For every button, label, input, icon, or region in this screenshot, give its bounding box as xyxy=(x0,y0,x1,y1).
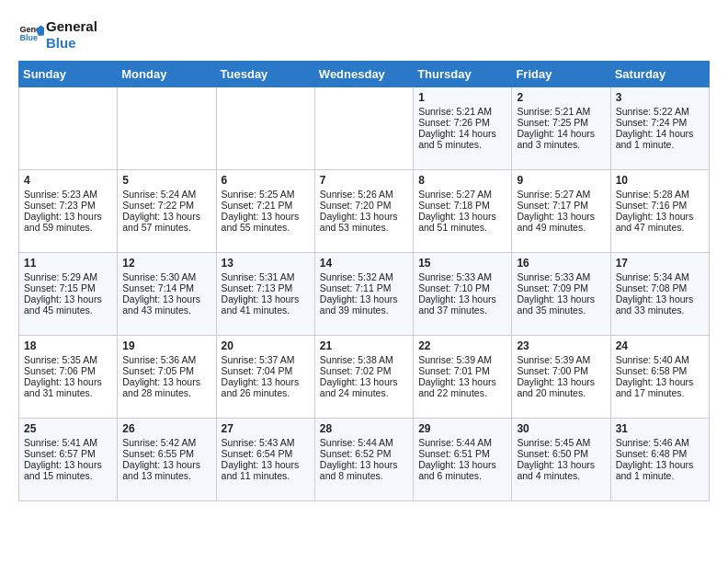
weekday-header-saturday: Saturday xyxy=(610,62,709,87)
day-info: Daylight: 13 hours xyxy=(222,459,310,470)
day-info: and 15 minutes. xyxy=(24,470,112,481)
day-info: Sunset: 6:57 PM xyxy=(24,448,112,459)
day-info: Sunset: 7:11 PM xyxy=(320,282,408,293)
day-info: Sunset: 6:48 PM xyxy=(616,448,704,459)
calendar-cell: 17Sunrise: 5:34 AMSunset: 7:08 PMDayligh… xyxy=(610,253,709,336)
day-number: 31 xyxy=(616,422,704,435)
day-info: Sunrise: 5:27 AM xyxy=(418,189,506,200)
day-info: Sunset: 7:24 PM xyxy=(616,117,704,128)
calendar-cell: 16Sunrise: 5:33 AMSunset: 7:09 PMDayligh… xyxy=(512,253,610,336)
day-info: and 4 minutes. xyxy=(517,470,605,481)
day-info: Daylight: 13 hours xyxy=(320,211,408,222)
day-info: Sunset: 6:50 PM xyxy=(517,448,605,459)
calendar-cell xyxy=(314,87,413,170)
day-info: Sunrise: 5:44 AM xyxy=(418,437,506,448)
day-info: Sunset: 7:22 PM xyxy=(122,200,210,211)
day-number: 8 xyxy=(418,174,506,187)
day-info: Sunrise: 5:21 AM xyxy=(418,106,506,117)
day-info: Daylight: 13 hours xyxy=(418,459,506,470)
day-info: Daylight: 13 hours xyxy=(122,459,210,470)
day-info: Daylight: 14 hours xyxy=(517,128,605,139)
day-info: Sunrise: 5:43 AM xyxy=(222,437,310,448)
day-number: 27 xyxy=(222,422,310,435)
day-info: and 45 minutes. xyxy=(24,304,112,316)
day-info: Daylight: 13 hours xyxy=(222,376,310,387)
day-info: Sunrise: 5:42 AM xyxy=(122,437,210,448)
day-number: 6 xyxy=(222,174,310,187)
day-number: 12 xyxy=(122,257,210,270)
calendar-cell: 1Sunrise: 5:21 AMSunset: 7:26 PMDaylight… xyxy=(414,87,512,170)
day-number: 7 xyxy=(320,174,408,187)
day-info: and 39 minutes. xyxy=(320,304,408,316)
day-number: 2 xyxy=(517,91,605,104)
day-number: 30 xyxy=(517,422,605,435)
day-info: Sunrise: 5:30 AM xyxy=(122,271,210,282)
day-info: and 28 minutes. xyxy=(122,387,210,398)
day-info: Sunset: 7:06 PM xyxy=(24,365,112,376)
day-info: and 37 minutes. xyxy=(418,304,506,316)
weekday-header-monday: Monday xyxy=(118,62,216,87)
day-info: Sunrise: 5:33 AM xyxy=(517,271,605,282)
day-number: 23 xyxy=(517,339,605,352)
day-info: Daylight: 13 hours xyxy=(418,376,506,387)
day-info: and 59 minutes. xyxy=(24,222,112,233)
logo-icon: General Blue xyxy=(18,20,44,46)
calendar-week-3: 11Sunrise: 5:29 AMSunset: 7:15 PMDayligh… xyxy=(19,253,710,336)
calendar-cell: 11Sunrise: 5:29 AMSunset: 7:15 PMDayligh… xyxy=(19,253,118,336)
day-info: Sunset: 7:16 PM xyxy=(616,200,704,211)
day-info: Sunset: 7:05 PM xyxy=(122,365,210,376)
calendar-cell: 4Sunrise: 5:23 AMSunset: 7:23 PMDaylight… xyxy=(19,170,118,253)
day-info: Sunset: 7:26 PM xyxy=(418,117,506,128)
calendar-body: 1Sunrise: 5:21 AMSunset: 7:26 PMDaylight… xyxy=(19,87,710,501)
day-info: Sunset: 6:58 PM xyxy=(616,365,704,376)
day-info: Daylight: 13 hours xyxy=(616,459,704,470)
weekday-header-friday: Friday xyxy=(512,62,610,87)
day-number: 28 xyxy=(320,422,408,435)
day-info: Sunset: 7:20 PM xyxy=(320,200,408,211)
calendar-cell: 10Sunrise: 5:28 AMSunset: 7:16 PMDayligh… xyxy=(610,170,709,253)
day-number: 24 xyxy=(616,339,704,352)
day-info: Daylight: 13 hours xyxy=(616,211,704,222)
day-info: Sunset: 6:54 PM xyxy=(222,448,310,459)
calendar-cell: 27Sunrise: 5:43 AMSunset: 6:54 PMDayligh… xyxy=(216,419,314,501)
day-info: Daylight: 13 hours xyxy=(24,293,112,304)
day-info: Sunset: 7:23 PM xyxy=(24,200,112,211)
day-number: 10 xyxy=(616,174,704,187)
calendar-cell: 6Sunrise: 5:25 AMSunset: 7:21 PMDaylight… xyxy=(216,170,314,253)
day-info: Sunrise: 5:25 AM xyxy=(222,189,310,200)
day-info: and 24 minutes. xyxy=(320,387,408,398)
day-info: Sunset: 7:08 PM xyxy=(616,282,704,293)
day-info: Sunset: 6:55 PM xyxy=(122,448,210,459)
day-info: Daylight: 13 hours xyxy=(517,211,605,222)
day-info: and 49 minutes. xyxy=(517,222,605,233)
day-number: 9 xyxy=(517,174,605,187)
calendar-week-4: 18Sunrise: 5:35 AMSunset: 7:06 PMDayligh… xyxy=(19,336,710,419)
calendar-cell: 13Sunrise: 5:31 AMSunset: 7:13 PMDayligh… xyxy=(216,253,314,336)
day-info: and 5 minutes. xyxy=(418,139,506,150)
day-info: Sunrise: 5:21 AM xyxy=(517,106,605,117)
day-info: Sunrise: 5:32 AM xyxy=(320,271,408,282)
calendar-cell: 18Sunrise: 5:35 AMSunset: 7:06 PMDayligh… xyxy=(19,336,118,419)
calendar-cell: 30Sunrise: 5:45 AMSunset: 6:50 PMDayligh… xyxy=(512,419,610,501)
calendar-cell: 15Sunrise: 5:33 AMSunset: 7:10 PMDayligh… xyxy=(414,253,512,336)
day-number: 3 xyxy=(616,91,704,104)
weekday-header-wednesday: Wednesday xyxy=(314,62,413,87)
day-number: 26 xyxy=(122,422,210,435)
day-info: Daylight: 14 hours xyxy=(616,128,704,139)
day-info: and 20 minutes. xyxy=(517,387,605,398)
day-info: Sunrise: 5:36 AM xyxy=(122,354,210,365)
logo: General Blue General Blue xyxy=(18,18,97,52)
page-header: General Blue General Blue xyxy=(18,18,710,52)
day-info: Daylight: 13 hours xyxy=(517,376,605,387)
calendar-week-5: 25Sunrise: 5:41 AMSunset: 6:57 PMDayligh… xyxy=(19,419,710,501)
day-info: Sunset: 7:15 PM xyxy=(24,282,112,293)
day-info: Sunset: 7:14 PM xyxy=(122,282,210,293)
day-info: Sunrise: 5:27 AM xyxy=(517,189,605,200)
day-number: 25 xyxy=(24,422,112,435)
day-info: Sunset: 7:21 PM xyxy=(222,200,310,211)
day-info: Sunrise: 5:29 AM xyxy=(24,271,112,282)
day-info: Sunrise: 5:45 AM xyxy=(517,437,605,448)
day-info: and 11 minutes. xyxy=(222,470,310,481)
day-info: and 43 minutes. xyxy=(122,304,210,316)
day-info: Sunrise: 5:41 AM xyxy=(24,437,112,448)
